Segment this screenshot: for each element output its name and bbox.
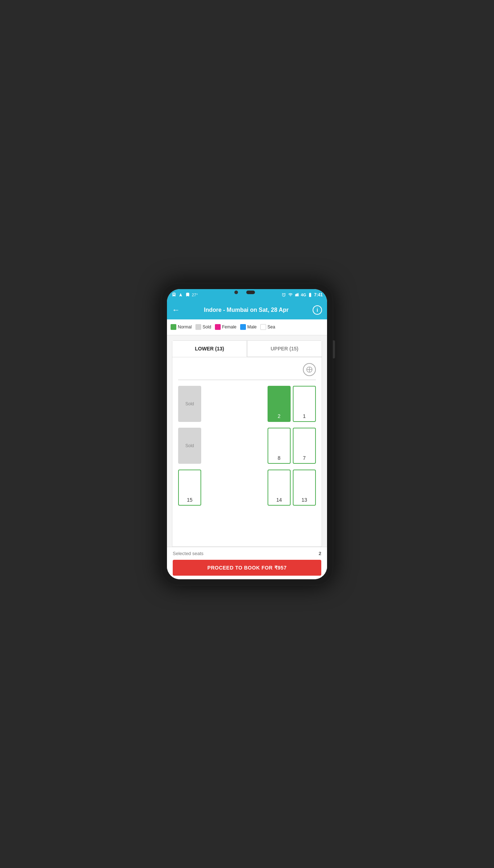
legend-female: Female bbox=[215, 324, 237, 330]
app-bar-title: Indore - Mumbai on Sat, 28 Apr bbox=[184, 307, 308, 313]
legend-male-box bbox=[240, 324, 246, 330]
bus2-icon bbox=[185, 292, 190, 297]
status-left-icons: 27° bbox=[171, 292, 198, 297]
seat-8[interactable]: 8 bbox=[268, 428, 291, 464]
nav-icon bbox=[178, 292, 183, 297]
signal-icon bbox=[294, 292, 299, 297]
legend-sold: Sold bbox=[195, 324, 211, 330]
legend-sea-box bbox=[260, 324, 266, 330]
divider-line bbox=[178, 380, 316, 380]
info-button[interactable]: i bbox=[313, 305, 322, 315]
legend-male-label: Male bbox=[247, 324, 257, 330]
svg-rect-2 bbox=[297, 293, 297, 296]
phone-camera bbox=[234, 291, 238, 294]
app-bar: ← Indore - Mumbai on Sat, 28 Apr i bbox=[167, 301, 327, 319]
bottom-bar: Selected seats 2 PROCEED TO BOOK FOR ₹95… bbox=[167, 547, 327, 579]
seat-row-1-left: Sold bbox=[178, 386, 201, 422]
power-button bbox=[333, 340, 335, 358]
seat-sold-1[interactable]: Sold bbox=[178, 386, 201, 422]
tab-strip: LOWER (13) UPPER (15) bbox=[172, 340, 322, 357]
legend-bar: Normal Sold Female Male Sea bbox=[167, 319, 327, 335]
legend-male: Male bbox=[240, 324, 257, 330]
temperature-label: 27° bbox=[192, 293, 198, 297]
selected-seats-count: 2 bbox=[319, 551, 321, 556]
seat-2[interactable]: 2 bbox=[268, 386, 291, 422]
seat-13[interactable]: 13 bbox=[293, 470, 316, 506]
svg-rect-0 bbox=[295, 295, 296, 297]
time-label: 7:41 bbox=[314, 292, 323, 297]
seat-sold-2[interactable]: Sold bbox=[178, 428, 201, 464]
seat-area: Sold 2 1 bbox=[172, 357, 322, 547]
battery-icon bbox=[308, 292, 313, 297]
bus-icon bbox=[171, 292, 176, 297]
legend-sea: Sea bbox=[260, 324, 275, 330]
steering-icon bbox=[303, 363, 316, 376]
seat-row-1-right: 2 1 bbox=[268, 386, 316, 422]
legend-sea-label: Sea bbox=[268, 324, 275, 330]
legend-sold-box bbox=[195, 324, 201, 330]
phone-screen: 27° 4G 7:41 bbox=[167, 289, 327, 579]
seat-15[interactable]: 15 bbox=[178, 470, 201, 506]
legend-female-label: Female bbox=[222, 324, 237, 330]
seat-row-2-left: Sold bbox=[178, 428, 201, 464]
status-right-icons: 4G 7:41 bbox=[281, 292, 323, 297]
tab-upper[interactable]: UPPER (15) bbox=[247, 340, 322, 357]
legend-normal: Normal bbox=[171, 324, 192, 330]
legend-normal-box bbox=[171, 324, 176, 330]
tab-lower[interactable]: LOWER (13) bbox=[172, 340, 247, 357]
seat-row-2: Sold 8 7 bbox=[178, 428, 316, 464]
svg-rect-1 bbox=[296, 294, 297, 296]
seat-7[interactable]: 7 bbox=[293, 428, 316, 464]
seat-row-3: 15 14 13 bbox=[178, 470, 316, 506]
network-label: 4G bbox=[301, 293, 306, 297]
proceed-button[interactable]: PROCEED TO BOOK FOR ₹957 bbox=[173, 560, 321, 576]
wifi-icon bbox=[288, 292, 293, 297]
alarm-icon bbox=[281, 292, 286, 297]
seat-1[interactable]: 1 bbox=[293, 386, 316, 422]
selected-seats-row: Selected seats 2 bbox=[173, 551, 321, 556]
seat-row-2-right: 8 7 bbox=[268, 428, 316, 464]
legend-normal-label: Normal bbox=[178, 324, 192, 330]
back-button[interactable]: ← bbox=[172, 305, 180, 315]
seat-row-1: Sold 2 1 bbox=[178, 386, 316, 422]
selected-seats-label: Selected seats bbox=[173, 551, 203, 556]
seat-row-3-right: 14 13 bbox=[268, 470, 316, 506]
seat-row-3-left: 15 bbox=[178, 470, 201, 506]
svg-rect-3 bbox=[298, 293, 299, 296]
phone-device: 27° 4G 7:41 bbox=[160, 283, 334, 586]
main-content: LOWER (13) UPPER (15) bbox=[167, 335, 327, 579]
seat-14[interactable]: 14 bbox=[268, 470, 291, 506]
steering-row bbox=[178, 363, 316, 376]
phone-speaker bbox=[246, 291, 255, 294]
legend-female-box bbox=[215, 324, 221, 330]
legend-sold-label: Sold bbox=[203, 324, 211, 330]
